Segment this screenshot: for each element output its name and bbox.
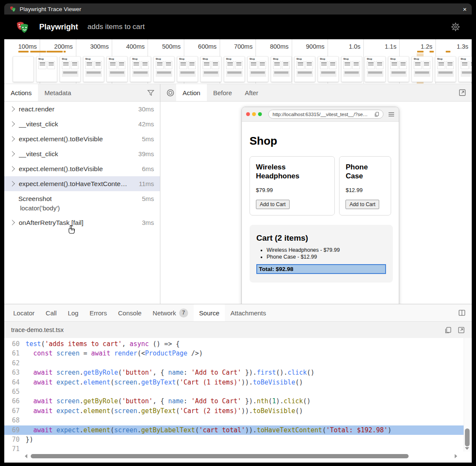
film-frame[interactable]: Shop <box>83 56 104 82</box>
tab-actions[interactable]: Actions <box>4 84 38 101</box>
tab-action[interactable]: Action <box>176 84 207 101</box>
tab-attachments[interactable]: Attachments <box>225 304 271 321</box>
timeline[interactable]: 100ms200ms300ms400ms500ms600ms700ms800ms… <box>4 39 472 84</box>
chevron-right-icon[interactable] <box>9 220 15 225</box>
tab-call[interactable]: Call <box>40 304 62 321</box>
action-row[interactable]: react.render30ms <box>4 102 160 116</box>
chevron-right-icon[interactable] <box>9 136 15 142</box>
chevron-right-icon[interactable] <box>9 151 15 157</box>
code-token: )). <box>241 378 253 387</box>
copy-url-icon[interactable] <box>374 112 379 117</box>
url-bar[interactable]: http://localhost:63315/__vitest_test__/?… <box>268 110 383 119</box>
code-token: screen <box>56 368 79 377</box>
film-frame[interactable]: Shop <box>60 56 81 82</box>
code-token: . <box>137 406 141 416</box>
action-duration: 11ms <box>135 180 154 187</box>
film-frame-page-title: Shop <box>85 58 104 60</box>
add-to-cart-button[interactable]: Add to Cart <box>256 200 290 209</box>
film-frame[interactable]: Shop <box>36 56 57 82</box>
film-frame[interactable]: Shop <box>130 56 151 82</box>
action-row[interactable]: expect.element().toBeVisible6ms <box>4 161 160 176</box>
h-scrollbar-thumb[interactable] <box>31 454 409 458</box>
settings-gear-icon[interactable] <box>450 22 461 32</box>
v-scrollbar[interactable] <box>464 338 471 451</box>
open-source-external-icon[interactable] <box>458 326 465 334</box>
film-frame[interactable]: Shop <box>388 56 409 82</box>
code-token <box>52 396 56 406</box>
scroll-right-arrow-icon[interactable] <box>455 454 457 458</box>
scroll-down-arrow-icon[interactable] <box>465 447 469 450</box>
code-token: />) <box>187 349 203 358</box>
actions-list: react.render30ms__vitest_click42msexpect… <box>4 102 160 304</box>
action-row[interactable]: Screenshot5mslocator('body') <box>4 191 160 215</box>
action-row[interactable]: expect.element().toHaveTextConte…11ms <box>4 176 160 191</box>
film-frame[interactable]: Shop <box>177 56 198 82</box>
tab-locator[interactable]: Locator <box>8 304 40 321</box>
tab-metadata[interactable]: Metadata <box>38 84 78 101</box>
chevron-right-icon[interactable] <box>9 166 15 172</box>
film-frame[interactable]: Shop <box>200 56 221 82</box>
tab-log[interactable]: Log <box>62 304 84 321</box>
film-frame-page-title: Shop <box>414 58 432 60</box>
filter-icon[interactable] <box>147 89 154 96</box>
code-token: element <box>83 425 110 435</box>
film-frame[interactable]: Shop <box>107 56 128 82</box>
chevron-right-icon[interactable] <box>9 121 15 127</box>
code-token: screen <box>114 406 137 416</box>
film-strip[interactable]: ShopShopShopShopShopShopShopShopShopShop… <box>13 56 472 82</box>
film-frame[interactable]: Shop <box>318 56 339 82</box>
tab-source[interactable]: Source <box>194 304 225 321</box>
v-scrollbar-thumb[interactable] <box>465 428 470 446</box>
source-line-60: 60test('adds items to cart', async () =>… <box>4 339 464 349</box>
code-token <box>52 378 56 387</box>
bottom-tabbar: LocatorCallLogErrorsConsoleNetwork7Sourc… <box>4 304 472 322</box>
action-row[interactable]: __vitest_click39ms <box>4 146 160 161</box>
tab-after[interactable]: After <box>238 84 265 101</box>
line-number: 62 <box>4 358 20 368</box>
film-frame[interactable]: Shop <box>435 56 456 82</box>
code-token: await <box>33 406 52 416</box>
timeline-action-marker <box>430 51 434 52</box>
source-code[interactable]: 60test('adds items to cart', async () =>… <box>4 338 472 463</box>
tab-errors[interactable]: Errors <box>84 304 113 321</box>
add-to-cart-button[interactable]: Add to Cart <box>345 200 379 209</box>
tab-network[interactable]: Network7 <box>147 304 194 321</box>
split-view-icon[interactable] <box>458 309 466 317</box>
code-token: = <box>79 349 91 358</box>
pick-locator-target-icon[interactable] <box>160 84 176 101</box>
film-frame[interactable]: Shop <box>154 56 174 82</box>
action-row[interactable]: __vitest_click42ms <box>4 116 160 131</box>
snapshot-viewport: http://localhost:63315/__vitest_test__/?… <box>160 102 472 304</box>
film-frame[interactable]: Shop <box>341 56 362 82</box>
scroll-left-arrow-icon[interactable] <box>25 454 27 458</box>
film-frame[interactable]: Shop <box>271 56 292 82</box>
code-token: ) <box>388 425 392 435</box>
film-frame-page-title: Shop <box>390 58 409 60</box>
film-frame[interactable]: Shop <box>459 56 472 82</box>
film-frame[interactable] <box>13 56 34 82</box>
close-icon[interactable]: × <box>463 6 467 12</box>
film-frame-page-title: Shop <box>62 58 80 60</box>
traffic-light-yellow <box>252 112 256 116</box>
code-token: toBeVisible <box>253 406 295 416</box>
action-duration: 6ms <box>139 165 154 172</box>
tab-before[interactable]: Before <box>207 84 238 101</box>
film-frame[interactable]: Shop <box>224 56 245 82</box>
action-row[interactable]: onAfterRetryTask [fail]3ms <box>4 215 160 230</box>
action-row[interactable]: expect.element().toBeVisible5ms <box>4 131 160 146</box>
open-snapshot-external-icon[interactable] <box>459 89 466 96</box>
chevron-right-icon[interactable] <box>9 106 15 112</box>
cart-items: Wireless Headphones - $79.99Phone Case -… <box>256 247 386 260</box>
source-filename: trace-demo.test.tsx <box>11 326 64 333</box>
bottom-tab-label: Locator <box>13 309 35 317</box>
film-frame[interactable]: Shop <box>412 56 432 82</box>
source-line-63: 63 await screen.getByRole('button', { na… <box>4 368 464 377</box>
chevron-right-icon[interactable] <box>9 181 15 186</box>
film-frame[interactable]: Shop <box>365 56 386 82</box>
code-token: . <box>79 378 83 387</box>
film-frame[interactable]: Shop <box>247 56 268 82</box>
browser-menu-icon[interactable] <box>388 112 395 117</box>
tab-console[interactable]: Console <box>113 304 147 321</box>
film-frame[interactable]: Shop <box>294 56 315 82</box>
copy-source-icon[interactable] <box>444 326 452 334</box>
